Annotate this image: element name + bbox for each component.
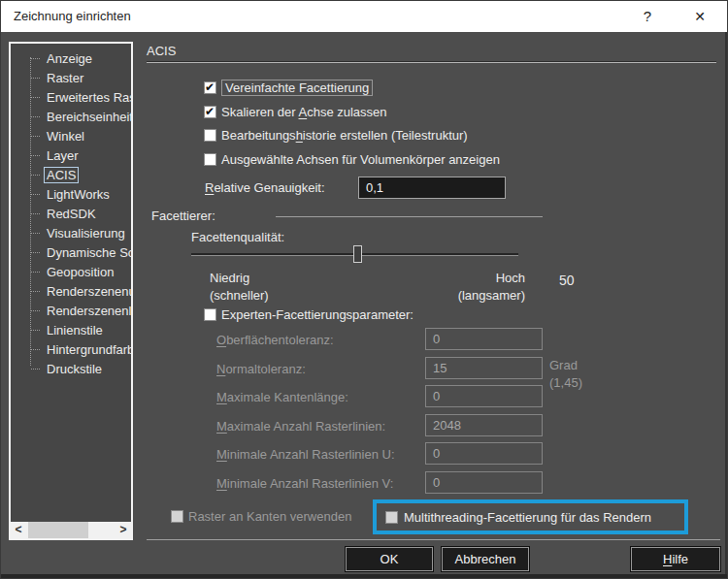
param-label-max-kantenlaenge: Maximale Kantenlänge: [216,390,348,404]
checkbox-label: Multithreading-Facettierung für das Rend… [404,510,651,525]
footer-divider [147,539,720,540]
checkbox-label: Raster an Kanten verwenden [188,509,351,524]
param-input-min-rasterlinien-u[interactable] [425,442,543,465]
checkbox-box[interactable] [204,308,216,321]
checkbox-skalieren-achse[interactable]: ✔ Skalieren der Achse zulassen [204,104,387,119]
checkbox-experten-parameter[interactable]: Experten-Facettierungsparameter: [204,306,414,322]
slider-low-label: Niedrig(schneller) [210,270,269,305]
slider-value: 50 [559,273,575,288]
multithreading-highlight: Multithreading-Facettierung für das Rend… [373,499,688,534]
checkbox-label: Skalieren der Achse zulassen [221,105,387,119]
param-label-normaltoleranz: Normaltoleranz: [216,362,306,376]
slider-high-label: Hoch(langsamer) [421,270,525,305]
checkbox-box[interactable]: ✔ [204,106,216,118]
window-edge-right [725,32,727,579]
checkbox-label: Ausgewählte Achsen für Volumenkörper anz… [221,152,500,167]
close-icon[interactable]: ✕ [680,1,719,32]
checkbox-box[interactable] [204,153,216,166]
param-unit-grad: Grad(1,45) [549,357,582,392]
relative-accuracy-label: Relative Genauigkeit: [205,180,325,195]
param-input-oberflaechentoleranz[interactable] [425,328,543,350]
facettierer-divider [276,216,543,217]
param-label-min-rasterlinien-v: Minimale Anzahl Rasterlinien V: [216,476,393,491]
section-divider [147,61,716,63]
dialog-title: Zeichnung einrichten [14,1,131,32]
facettierer-label: Facettierer: [151,209,215,223]
checkbox-box[interactable] [204,129,216,142]
check-icon: ✔ [205,80,215,94]
slider-thumb[interactable] [353,245,362,263]
checkbox-vereinfachte-facettierung[interactable]: ✔ Vereinfachte Facettierung [204,80,373,95]
checkbox-multithreading[interactable] [385,511,398,524]
param-input-normaltoleranz[interactable] [425,357,543,379]
drawing-setup-dialog: Zeichnung einrichten ? ✕ Anzeige Raster … [0,0,728,579]
checkbox-raster-an-kanten[interactable]: Raster an Kanten verwenden [171,508,351,524]
param-label-oberflaechentoleranz: Oberflächentoleranz: [216,333,334,347]
facet-quality-slider[interactable] [191,253,518,256]
checkbox-box[interactable]: ✔ [204,81,216,94]
checkbox-label: Experten-Facettierungsparameter: [221,307,414,322]
help-icon[interactable]: ? [628,1,667,32]
ok-button[interactable]: OK [346,547,433,571]
checkbox-label: Bearbeitungshistorie erstellen (Teilestr… [221,128,468,143]
relative-accuracy-input[interactable] [358,177,506,199]
cancel-button[interactable]: Abbrechen [442,547,529,571]
titlebar: Zeichnung einrichten ? ✕ [1,1,727,32]
checkbox-box[interactable] [171,510,183,523]
param-label-max-rasterlinien: Maximale Anzahl Rasterlinien: [216,419,385,434]
param-label-min-rasterlinien-u: Minimale Anzahl Rasterlinien U: [216,447,395,462]
checkbox-label: Vereinfachte Facettierung [221,80,373,96]
checkbox-bearbeitungshistorie[interactable]: Bearbeitungshistorie erstellen (Teilestr… [204,127,468,143]
param-input-min-rasterlinien-v[interactable] [425,471,543,494]
facet-quality-label: Facettenqualität: [191,230,284,244]
help-button[interactable]: Hilfe [631,547,720,571]
param-input-max-kantenlaenge[interactable] [425,385,543,407]
acis-settings-panel: ACIS ✔ Vereinfachte Facettierung ✔ Skali… [1,32,728,579]
check-icon: ✔ [205,105,215,118]
window-edge-bottom [1,574,727,578]
section-title: ACIS [147,44,176,58]
checkbox-ausgewaehlte-achsen[interactable]: Ausgewählte Achsen für Volumenkörper anz… [204,151,500,167]
param-input-max-rasterlinien[interactable] [425,414,543,436]
